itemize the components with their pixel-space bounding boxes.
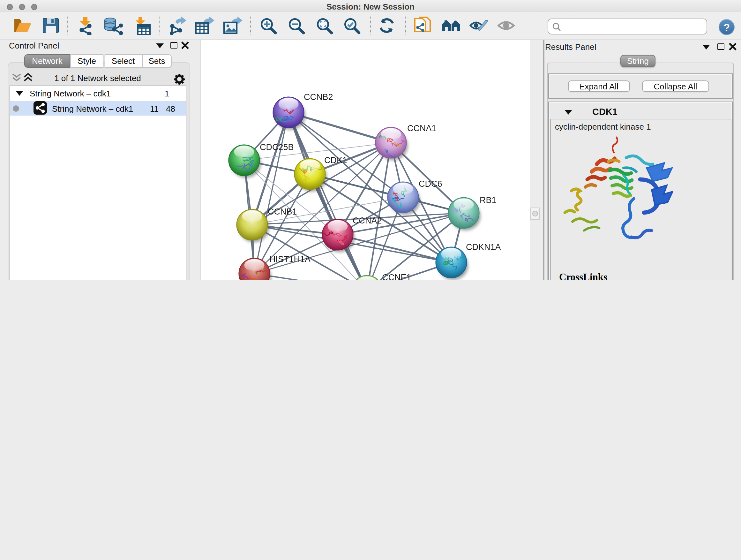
svg-text:CCNB1: CCNB1 [268, 207, 297, 216]
svg-text:RB1: RB1 [480, 195, 496, 205]
svg-text:HIST1H1A: HIST1H1A [269, 254, 311, 264]
svg-text:CDC6: CDC6 [419, 179, 442, 189]
svg-text:CCNE1: CCNE1 [382, 273, 411, 280]
svg-text:CDK1: CDK1 [324, 155, 347, 165]
svg-text:CCNA2: CCNA2 [353, 216, 382, 226]
svg-text:CDC25B: CDC25B [260, 142, 294, 152]
svg-text:CDKN1A: CDKN1A [466, 242, 501, 252]
svg-text:CCNA1: CCNA1 [407, 124, 436, 133]
svg-text:CCNB2: CCNB2 [304, 92, 333, 102]
